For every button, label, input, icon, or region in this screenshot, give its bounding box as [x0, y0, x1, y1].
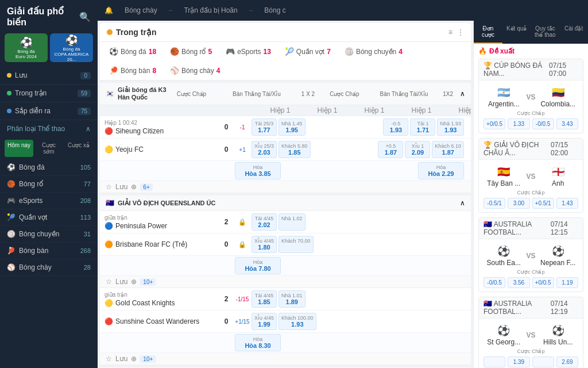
- tab-cuoc-som[interactable]: Cược sớm: [34, 140, 63, 157]
- sport-quan-vot[interactable]: 🎾Quần vợt 113: [0, 209, 98, 226]
- odds-h1-xiu-yeoju[interactable]: Xỉu 1 2.09: [405, 141, 430, 158]
- odds-row-aus1: -0/0.5 3.56 +0/0.5 1.19: [483, 277, 578, 288]
- odds-copa-4[interactable]: 3.43: [556, 118, 578, 129]
- odds-aus1-1[interactable]: -0/0.5: [483, 277, 505, 288]
- sidebar-item-sap-dien-ra[interactable]: Sắp diễn ra 75: [0, 102, 98, 120]
- chevron-up-icon[interactable]: ∧: [86, 125, 91, 133]
- star-icon-k3[interactable]: ☆: [106, 183, 112, 191]
- tab-hom-nay[interactable]: Hôm nay: [5, 140, 33, 157]
- chevron-up-qld-icon[interactable]: ∧: [460, 199, 465, 207]
- odds-h1-siheung-1[interactable]: -0.5 1.93: [383, 118, 408, 136]
- odds-copa-1[interactable]: +0/0.5: [483, 118, 505, 129]
- tab-esports[interactable]: 🎮 eSports 13: [222, 45, 274, 57]
- sub-hiep1-1: Hiệp 1: [257, 106, 303, 114]
- odds-hoa-h1-k3[interactable]: Hòa Hòa 2.29: [418, 162, 464, 179]
- odds-hoa-k3[interactable]: Hòa Hòa 3.85: [235, 162, 281, 179]
- more-qld2[interactable]: 10+: [140, 355, 156, 363]
- score-sunshine: 0: [219, 317, 233, 325]
- odds-tai-gc[interactable]: Tài 4/45 1.85: [252, 290, 277, 308]
- sport-bong-da[interactable]: ⚽Bóng đá 105: [0, 159, 98, 176]
- right-panel: Đơn cược Kết quả Quy tắc thể thao Cài đặ…: [473, 21, 588, 368]
- banner-euro[interactable]: ⚽ Bóng đá Euro 2024: [5, 33, 48, 62]
- odds-aus1-4[interactable]: 1.19: [556, 277, 578, 288]
- bell-icon[interactable]: 🔔: [105, 6, 113, 14]
- odds-xiu-yeoju[interactable]: Xỉu 25/3 2.03: [252, 141, 277, 158]
- odds-euro-2[interactable]: 3.00: [508, 198, 529, 209]
- save-icon-k3[interactable]: ⊕: [131, 183, 137, 191]
- save-icon-qld2[interactable]: ⊕: [131, 355, 137, 363]
- odds-xiu-sunshine[interactable]: Xỉu 4/45 1.99: [252, 313, 277, 330]
- odds-aus1-2[interactable]: 3.56: [508, 277, 529, 288]
- odds-tai-peninsula[interactable]: Tài 4/45 2.02: [252, 213, 277, 231]
- tab-quy-tac[interactable]: Quy tắc thể thao: [531, 21, 560, 44]
- odds-khach-sunshine[interactable]: Khách 100.00 1.93: [278, 313, 316, 330]
- banner-copa[interactable]: ⚽ Bóng đá COPA AMERICA 20...: [50, 33, 93, 62]
- tab-bong-da[interactable]: ⚽ Bóng đá 18: [106, 45, 160, 57]
- odds-khach-yeoju[interactable]: Khách 5.80 1.85: [278, 141, 311, 158]
- odds-row-euro: -0.5/1 3.00 +0.5/1 1.43: [483, 198, 578, 209]
- odds-h1-nha-siheung[interactable]: Nhà 1.93 1.93: [437, 118, 464, 136]
- sport-bong-chay[interactable]: ⚾Bóng chày 28: [0, 259, 98, 276]
- tab-bong-ro[interactable]: 🏀 Bóng rổ 5: [167, 45, 215, 57]
- odds-nha-siheung[interactable]: Nhà 1.45 1.95: [278, 118, 305, 136]
- sub-hiep1-3: Hiệp 1: [351, 106, 397, 114]
- tab-don-cuoc[interactable]: Đơn cược: [474, 21, 502, 44]
- odds-aus2-1[interactable]: [483, 356, 505, 367]
- team-yeoju: 🟡 Yeoju FC: [105, 145, 219, 154]
- more-qld1[interactable]: 10+: [140, 278, 156, 286]
- star-icon-qld2[interactable]: ☆: [106, 355, 112, 363]
- odds-nha-peninsula[interactable]: Nhà 1.02: [278, 213, 305, 231]
- odds-h1-khach-yeoju[interactable]: Khách 6.10 1.87: [432, 141, 464, 158]
- sidebar-item-trong-tran[interactable]: Trong trận 59: [0, 85, 98, 102]
- live-icons: ≡ ⋮: [448, 28, 464, 36]
- team-gold-coast: 🟡 Gold Coast Knights: [105, 299, 219, 307]
- odds-xiu-brisbane[interactable]: Xỉu 4/45 1.80: [252, 236, 277, 253]
- odds-aus2-2[interactable]: 1.39: [508, 356, 529, 367]
- chevron-up-k3-icon[interactable]: ∧: [460, 90, 465, 98]
- tab-quan-vot[interactable]: 🎾 Quần vợt 7: [281, 45, 334, 57]
- list-icon[interactable]: ≡: [448, 28, 452, 36]
- odds-euro-1[interactable]: -0.5/1: [483, 198, 505, 209]
- odds-euro-4[interactable]: 1.43: [556, 198, 578, 209]
- topnav-bong-chay[interactable]: Bóng chày: [122, 2, 160, 19]
- chap-label-aus1: Cược Chấp: [483, 269, 578, 275]
- suggest-card-euro: 🏆 GIẢI VÔ ĐỊCH CHÂU Â... 07/15 02:00 🇪🇸 …: [478, 138, 583, 213]
- odds-euro-3[interactable]: +0.5/1: [532, 198, 554, 209]
- odds-h1-yeoju-1[interactable]: +0.5 1.87: [378, 141, 403, 158]
- sub-hiep1-2: Hiệp 1: [304, 106, 350, 114]
- sport-esports[interactable]: 🎮eSports 208: [0, 193, 98, 209]
- odds-hoa-qld2[interactable]: Hòa Hòa 8.30: [235, 334, 281, 351]
- odds-tai-siheung[interactable]: Tài 25/3 1.77: [252, 118, 277, 136]
- sidebar-item-luu[interactable]: Lưu 0: [0, 67, 98, 85]
- tab-cuoc-xa[interactable]: Cược xả: [64, 140, 93, 157]
- odds-aus2-3[interactable]: [532, 356, 554, 367]
- more-icon[interactable]: ⋮: [457, 28, 464, 36]
- odds-hoa-qld1[interactable]: Hòa Hòa 7.80: [235, 257, 281, 274]
- tab-bong-ban[interactable]: 🏓 Bóng bàn 8: [106, 64, 160, 76]
- save-icon-qld1[interactable]: ⊕: [131, 278, 137, 286]
- league-k3-chap2-label: Cược Chấp: [330, 91, 359, 97]
- star-icon-qld1[interactable]: ☆: [106, 278, 112, 286]
- tab-bong-chuyen[interactable]: 🏐 Bóng chuyền 4: [341, 45, 406, 57]
- odds-copa-2[interactable]: 1.33: [508, 118, 529, 129]
- odds-h1-tai-siheung[interactable]: Tài 1 1.71: [410, 118, 435, 136]
- sport-bong-chuyen[interactable]: 🏐Bóng chuyền 31: [0, 226, 98, 243]
- odds-nha-gc[interactable]: Nhà 1.01 1.89: [278, 290, 305, 308]
- topnav-bong-c[interactable]: Bóng c: [262, 2, 288, 19]
- topnav-hoan[interactable]: Trận đấu bị Hoãn: [181, 2, 239, 19]
- match-save-k3: ☆ Lưu ⊕ 6+: [100, 181, 471, 193]
- sport-bong-ban[interactable]: 🏓Bóng bàn 268: [0, 243, 98, 259]
- odds-aus1-3[interactable]: +0/0.5: [532, 277, 554, 288]
- tab-bong-chay[interactable]: ⚾ Bóng chày 4: [167, 64, 223, 76]
- tab-ket-qua[interactable]: Kết quả: [502, 21, 531, 44]
- search-icon[interactable]: 🔍: [79, 12, 91, 22]
- sport-bong-ro[interactable]: 🏀Bóng rổ 77: [0, 176, 98, 193]
- league-k3-ban2-label: Bàn Thắng Tài/Xỉu: [380, 91, 428, 97]
- more-k3[interactable]: 6+: [140, 183, 152, 191]
- odds-brisbane: Xỉu 4/45 1.80 Khách 70.00: [252, 236, 314, 253]
- match-row-sunshine: 🔴 Sunshine Coast Wanderers 0 +1/15 Xỉu 4…: [100, 310, 471, 333]
- odds-aus2-4[interactable]: 2.69: [556, 356, 578, 367]
- tab-cai-dat[interactable]: Cài đặt: [559, 21, 588, 44]
- odds-khach-brisbane[interactable]: Khách 70.00: [278, 236, 314, 253]
- odds-copa-3[interactable]: -0/0.5: [532, 118, 554, 129]
